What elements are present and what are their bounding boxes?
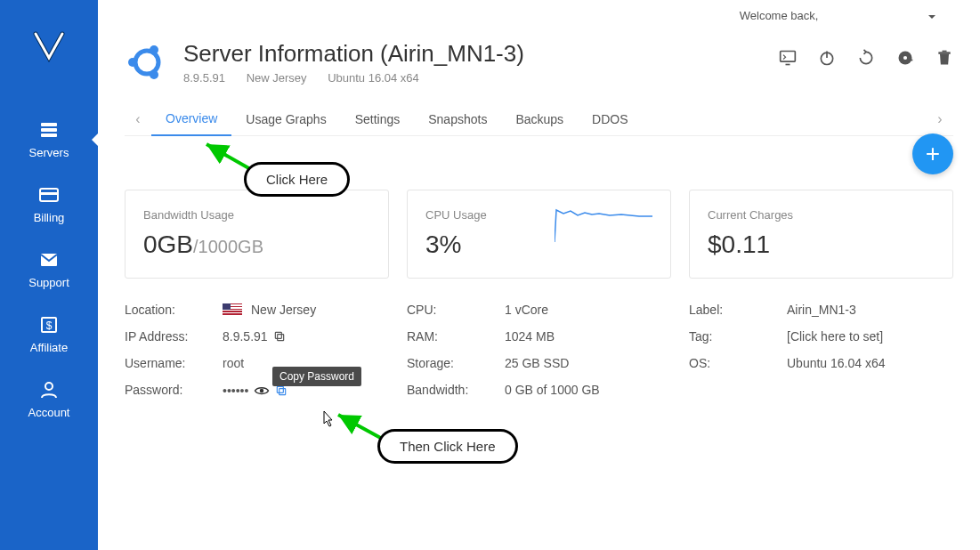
card-label: Bandwidth Usage: [143, 208, 370, 222]
page-title: Server Information (Airin_MN1-3): [183, 40, 779, 68]
value-cpu: 1 vCore: [505, 303, 548, 317]
callout-click-here: Click Here: [244, 162, 350, 197]
svg-point-24: [260, 389, 264, 393]
label-username: Username:: [125, 356, 223, 370]
value-os: Ubuntu 16.04 x64: [787, 356, 886, 370]
add-button[interactable]: +: [912, 133, 953, 174]
svg-rect-1: [41, 128, 57, 132]
value-bandwidth[interactable]: 0 GB of 1000 GB: [505, 383, 600, 397]
copy-ip-icon[interactable]: [273, 330, 286, 343]
value-ip: 8.9.5.91: [223, 329, 286, 344]
nav-label: Billing: [34, 211, 65, 224]
svg-rect-4: [40, 192, 58, 195]
value-username: root: [223, 356, 244, 370]
nav-label: Servers: [29, 146, 69, 159]
stat-cards: Bandwidth Usage 0GB/1000GB CPU Usage 3% …: [125, 190, 953, 279]
svg-point-9: [135, 51, 158, 74]
tab-snapshots[interactable]: Snapshots: [414, 103, 501, 135]
tab-next[interactable]: ›: [927, 111, 953, 127]
card-value: 0GB/1000GB: [143, 231, 370, 259]
value-label[interactable]: Airin_MN1-3: [787, 303, 856, 317]
tooltip-copy-password: Copy Password: [272, 367, 361, 386]
svg-rect-19: [910, 60, 912, 61]
svg-line-27: [207, 144, 252, 170]
label-label: Label:: [689, 303, 787, 317]
us-flag-icon: [223, 303, 242, 316]
meta-os: Ubuntu 16.04 x64: [328, 71, 419, 85]
main: Welcome back, Server Information (Airin_…: [98, 0, 980, 550]
svg-rect-21: [943, 51, 947, 53]
sidebar: Servers Billing Support $ Affiliate Acco…: [0, 0, 98, 550]
label-password: Password:: [125, 383, 223, 399]
tab-settings[interactable]: Settings: [341, 103, 415, 135]
sidebar-item-billing[interactable]: Billing: [0, 172, 98, 237]
dollar-icon: $: [38, 314, 60, 336]
mail-icon: [38, 249, 60, 271]
welcome-dropdown[interactable]: Welcome back,: [125, 0, 953, 22]
nav-label: Account: [28, 406, 70, 419]
svg-rect-13: [781, 52, 796, 62]
svg-point-11: [150, 45, 158, 54]
card-charges: Current Charges $0.11: [689, 190, 953, 279]
ubuntu-logo-icon: [125, 40, 169, 85]
svg-rect-22: [277, 335, 283, 341]
nav-label: Support: [28, 276, 69, 289]
tab-ddos[interactable]: DDOS: [578, 103, 642, 135]
sidebar-item-support[interactable]: Support: [0, 237, 98, 302]
tab-overview[interactable]: Overview: [151, 102, 231, 136]
nav-label: Affiliate: [30, 341, 68, 354]
svg-rect-14: [786, 64, 790, 66]
tab-usage[interactable]: Usage Graphs: [231, 103, 340, 135]
svg-point-18: [903, 56, 907, 60]
power-icon[interactable]: [818, 49, 836, 67]
meta-ip: 8.9.5.91: [183, 71, 225, 85]
svg-rect-25: [279, 389, 286, 395]
trash-icon[interactable]: [935, 49, 953, 67]
svg-rect-23: [275, 332, 281, 338]
caret-down-icon: [928, 15, 935, 19]
sidebar-item-account[interactable]: Account: [0, 367, 98, 432]
header-meta: 8.9.5.91 New Jersey Ubuntu 16.04 x64: [183, 71, 779, 85]
sparkline-icon: [555, 208, 652, 244]
tab-backups[interactable]: Backups: [501, 103, 578, 135]
svg-point-8: [45, 383, 53, 390]
restart-icon[interactable]: [857, 49, 875, 67]
reinstall-icon[interactable]: [896, 49, 914, 67]
svg-line-28: [338, 415, 385, 441]
value-ram: 1024 MB: [505, 329, 555, 344]
card-bandwidth: Bandwidth Usage 0GB/1000GB: [125, 190, 389, 279]
label-ram: RAM:: [407, 329, 505, 344]
person-icon: [38, 379, 60, 400]
callout-then-click-here: Then Click Here: [377, 429, 518, 464]
card-value: $0.11: [708, 231, 935, 259]
meta-region: New Jersey: [247, 71, 307, 85]
value-storage: 25 GB SSD: [505, 356, 569, 370]
tab-prev[interactable]: ‹: [125, 111, 151, 127]
label-storage: Storage:: [407, 356, 505, 370]
header: Server Information (Airin_MN1-3) 8.9.5.9…: [125, 40, 953, 85]
copy-password-icon[interactable]: [275, 384, 288, 397]
action-bar: [779, 49, 953, 67]
tabs: ‹ Overview Usage Graphs Settings Snapsho…: [125, 102, 953, 136]
svg-text:$: $: [46, 319, 53, 332]
logo: [31, 27, 67, 62]
label-os: OS:: [689, 356, 787, 370]
card-label: Current Charges: [708, 208, 935, 222]
svg-rect-26: [278, 386, 284, 392]
reveal-password-icon[interactable]: [254, 383, 270, 399]
value-tag[interactable]: [Click here to set]: [787, 329, 883, 344]
card-icon: [38, 184, 60, 206]
svg-rect-20: [938, 52, 950, 54]
sidebar-item-affiliate[interactable]: $ Affiliate: [0, 302, 98, 367]
details-grid: Location: New Jersey IP Address:8.9.5.91…: [125, 296, 953, 405]
welcome-text: Welcome back,: [740, 9, 819, 22]
console-icon[interactable]: [779, 49, 797, 67]
label-location: Location:: [125, 303, 223, 317]
svg-point-12: [150, 70, 158, 79]
svg-rect-0: [41, 123, 57, 126]
value-location: New Jersey: [223, 303, 316, 317]
servers-icon: [38, 119, 60, 141]
svg-rect-2: [41, 133, 57, 137]
svg-point-10: [128, 58, 137, 67]
sidebar-item-servers[interactable]: Servers: [0, 107, 98, 172]
